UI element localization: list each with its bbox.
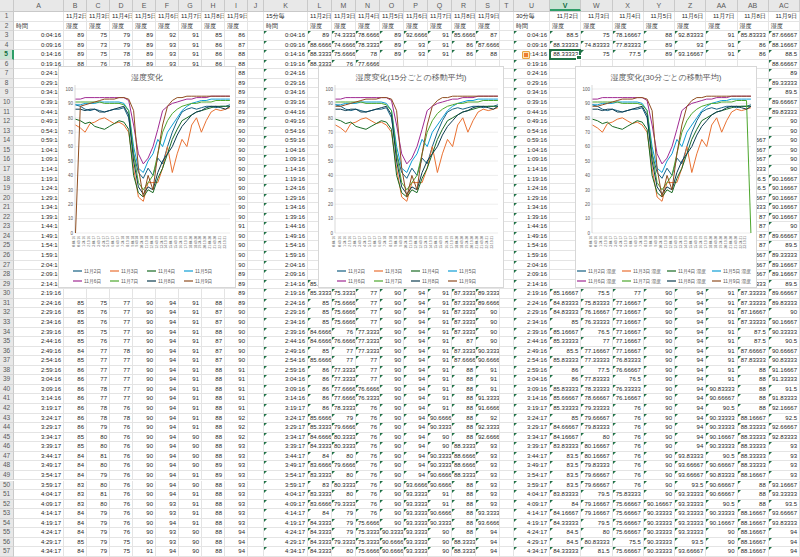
cell-AC10[interactable]: 89.66667 (769, 98, 800, 108)
cell-M2[interactable]: 湿度 (332, 22, 356, 32)
cell-U48[interactable]: 3:49:17 (514, 461, 550, 471)
cell-V46[interactable]: 83.83333 (550, 442, 581, 452)
cell-L32[interactable]: 85 (308, 308, 332, 318)
cell-L35[interactable]: 84.66667 (308, 337, 332, 347)
cell-Q51[interactable]: 91 (428, 490, 452, 500)
cell-B45[interactable]: 85 (64, 433, 87, 443)
cell-J8[interactable] (248, 79, 264, 89)
row-header-41[interactable]: 41 (0, 394, 14, 404)
cell-Q50[interactable]: 90.66667 (428, 481, 452, 491)
cell-Z33[interactable]: 94 (675, 318, 706, 328)
cell-D35[interactable]: 77 (110, 337, 133, 347)
cell-D41[interactable]: 77 (110, 394, 133, 404)
cell-L4[interactable]: 88.66667 (308, 41, 332, 51)
cell-U54[interactable]: 4:19:17 (514, 519, 550, 529)
cell-K23[interactable]: 1:44:16 (264, 222, 308, 232)
cell-T46[interactable] (500, 442, 514, 452)
cell-J29[interactable] (248, 280, 264, 290)
row-header-7[interactable]: 7 (0, 69, 14, 79)
cell-AC12[interactable]: 90 (769, 117, 800, 127)
cell-T35[interactable] (500, 337, 514, 347)
cell-Y50[interactable]: 90 (644, 481, 675, 491)
cell-U28[interactable]: 2:09:16 (514, 270, 550, 280)
cell-Q35[interactable]: 91 (428, 337, 452, 347)
cell-A23[interactable]: 1:44:16 (14, 222, 64, 232)
cell-Z37[interactable]: 94 (675, 356, 706, 366)
cell-R51[interactable]: 88 (452, 490, 476, 500)
cell-T53[interactable] (500, 509, 514, 519)
cell-N32[interactable]: 77 (356, 308, 380, 318)
cell-R43[interactable]: 88 (452, 414, 476, 424)
cell-L1[interactable]: 11月2日 (308, 12, 332, 22)
cell-D43[interactable]: 78 (110, 414, 133, 424)
cell-Y5[interactable]: 89 (644, 50, 675, 60)
cell-P46[interactable]: 94 (404, 442, 428, 452)
cell-R41[interactable]: 88 (452, 394, 476, 404)
cell-I50[interactable]: 93 (225, 481, 248, 491)
cell-E34[interactable]: 90 (133, 328, 156, 338)
cell-G54[interactable]: 91 (179, 519, 202, 529)
cell-I37[interactable]: 90 (225, 356, 248, 366)
cell-E52[interactable]: 90 (133, 500, 156, 510)
cell-V41[interactable]: 85.66667 (550, 394, 581, 404)
cell-M47[interactable]: 80 (332, 452, 356, 462)
cell-AB47[interactable]: 88.33333 (738, 452, 769, 462)
cell-M46[interactable]: 80.33333 (332, 442, 356, 452)
cell-F33[interactable]: 94 (156, 318, 179, 328)
cell-S45[interactable]: 92.66667 (476, 433, 500, 443)
cell-L31[interactable]: 85 (308, 299, 332, 309)
cell-D44[interactable]: 76 (110, 423, 133, 433)
row-header-8[interactable]: 8 (0, 79, 14, 89)
col-header-Q[interactable]: Q (428, 0, 452, 11)
cell-T31[interactable] (500, 299, 514, 309)
cell-A50[interactable]: 3:59:17 (14, 481, 64, 491)
cell-T41[interactable] (500, 394, 514, 404)
cell-AC29[interactable]: 89.5 (769, 280, 800, 290)
cell-M5[interactable]: 75.66667 (332, 50, 356, 60)
row-header-32[interactable]: 32 (0, 308, 14, 318)
cell-AA56[interactable]: 90 (706, 538, 737, 548)
cell-AB46[interactable]: 88.33333 (738, 442, 769, 452)
cell-H2[interactable]: 湿度 (202, 22, 225, 32)
cell-L40[interactable]: 86 (308, 385, 332, 395)
cell-I53[interactable]: 93 (225, 509, 248, 519)
cell-A25[interactable]: 1:54:16 (14, 241, 64, 251)
cell-U57[interactable]: 4:34:17 (514, 547, 550, 557)
cell-Z48[interactable]: 93.66667 (675, 461, 706, 471)
row-header-38[interactable]: 38 (0, 366, 14, 376)
cell-N30[interactable]: 77 (356, 289, 380, 299)
cell-G2[interactable]: 湿度 (179, 22, 202, 32)
cell-C50[interactable]: 80 (87, 481, 110, 491)
col-header-B[interactable]: B (64, 0, 87, 11)
cell-Y45[interactable]: 90 (644, 433, 675, 443)
cell-E55[interactable]: 90 (133, 528, 156, 538)
cell-T45[interactable] (500, 433, 514, 443)
cell-J47[interactable] (248, 452, 264, 462)
cell-G34[interactable]: 91 (179, 328, 202, 338)
cell-L47[interactable]: 84 (308, 452, 332, 462)
cell-F37[interactable]: 94 (156, 356, 179, 366)
cell-R32[interactable]: 87.33333 (452, 308, 476, 318)
cell-N33[interactable]: 77 (356, 318, 380, 328)
cell-AB36[interactable]: 87.66667 (738, 347, 769, 357)
cell-Y33[interactable]: 90 (644, 318, 675, 328)
cell-G33[interactable]: 91 (179, 318, 202, 328)
cell-M44[interactable]: 79.66667 (332, 423, 356, 433)
cell-G36[interactable]: 91 (179, 347, 202, 357)
cell-N43[interactable]: 76 (356, 414, 380, 424)
cell-Z56[interactable]: 93.5 (675, 538, 706, 548)
cell-Z4[interactable]: 93 (675, 41, 706, 51)
cell-AA5[interactable]: 91 (706, 50, 737, 60)
row-header-1[interactable]: 1 (0, 12, 14, 22)
row-header-27[interactable]: 27 (0, 261, 14, 271)
cell-AB53[interactable]: 88.16667 (738, 509, 769, 519)
row-header-14[interactable]: 14 (0, 136, 14, 146)
cell-AB38[interactable]: 88 (738, 366, 769, 376)
cell-F52[interactable]: 93 (156, 500, 179, 510)
cell-J49[interactable] (248, 471, 264, 481)
cell-A14[interactable]: 0:59:16 (14, 136, 64, 146)
cell-O30[interactable]: 90 (380, 289, 404, 299)
cell-A53[interactable]: 4:14:17 (14, 509, 64, 519)
cell-AB4[interactable]: 86 (738, 41, 769, 51)
cell-AB3[interactable]: 85.83333 (738, 31, 769, 41)
